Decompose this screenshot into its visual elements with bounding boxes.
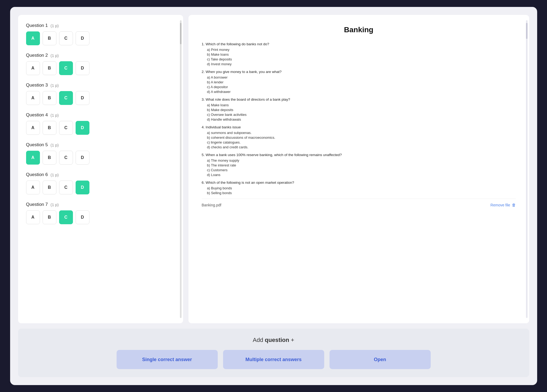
question-header-6: Question 6(1 p)	[26, 172, 175, 177]
question-header-7: Question 7(1 p)	[26, 202, 175, 207]
answer-btn-q6-D[interactable]: D	[76, 181, 89, 194]
answer-btn-q5-D[interactable]: D	[76, 151, 89, 165]
left-scrollbar-thumb	[180, 23, 182, 44]
question-row-6: Question 6(1 p)ABCD	[26, 172, 175, 194]
pdf-option-4-1: a) summons and subpoenas.	[207, 131, 516, 135]
pdf-option-6-2: b) Selling bonds	[207, 191, 516, 195]
open-button[interactable]: Open	[330, 350, 431, 369]
question-row-5: Question 5(1 p)ABCD	[26, 142, 175, 165]
pdf-option-1-2: b) Make loans	[207, 52, 516, 56]
remove-file-label: Remove file	[491, 203, 510, 207]
single-correct-answer-label: Single correct answer	[142, 357, 192, 362]
pdf-options-6: a) Buying bondsb) Selling bonds	[202, 186, 516, 195]
answer-btn-q2-B[interactable]: B	[43, 61, 56, 75]
question-header-3: Question 3(1 p)	[26, 83, 175, 88]
answer-buttons-2: ABCD	[26, 61, 175, 75]
right-panel: Banking 1. Which of the following do ban…	[188, 15, 529, 323]
answer-btn-q3-D[interactable]: D	[76, 91, 89, 105]
pdf-option-2-4: d) A withdrawer	[207, 90, 516, 94]
answer-btn-q6-B[interactable]: B	[43, 181, 56, 194]
multiple-correct-answers-button[interactable]: Multiple correct answers	[223, 350, 324, 369]
answer-btn-q1-C[interactable]: C	[59, 31, 73, 45]
question-label-4: Question 4	[26, 112, 48, 118]
answer-btn-q3-C[interactable]: C	[59, 91, 73, 105]
pdf-option-5-2: b) The interest rate	[207, 163, 516, 167]
add-question-text: Add	[253, 337, 265, 343]
question-points-2: (1 p)	[51, 53, 59, 58]
left-scrollbar[interactable]	[180, 20, 182, 318]
add-question-bold: question	[265, 337, 289, 343]
trash-icon: 🗑	[512, 203, 516, 207]
pdf-option-2-1: a) A borrower	[207, 75, 516, 79]
question-row-4: Question 4(1 p)ABCD	[26, 112, 175, 135]
pdf-options-3: a) Make loansb) Make depositsc) Oversee …	[202, 103, 516, 121]
questions-container: Question 1(1 p)ABCDQuestion 2(1 p)ABCDQu…	[26, 23, 175, 224]
pdf-options-1: a) Print moneyb) Make loansc) Take depos…	[202, 48, 516, 66]
question-row-2: Question 2(1 p)ABCD	[26, 53, 175, 75]
answer-btn-q5-C[interactable]: C	[59, 151, 73, 165]
question-label-3: Question 3	[26, 83, 48, 88]
remove-file-button[interactable]: Remove file 🗑	[491, 203, 516, 207]
question-row-1: Question 1(1 p)ABCD	[26, 23, 175, 45]
answer-btn-q7-A[interactable]: A	[26, 210, 40, 224]
pdf-option-4-3: c) lingerie catalogues.	[207, 140, 516, 144]
pdf-footer: Banking.pdf Remove file 🗑	[202, 199, 516, 207]
question-label-7: Question 7	[26, 202, 48, 207]
pdf-option-4-2: b) coherent discussions of macroeconomic…	[207, 136, 516, 140]
answer-btn-q7-D[interactable]: D	[76, 210, 89, 224]
answer-btn-q3-B[interactable]: B	[43, 91, 56, 105]
answer-btn-q2-D[interactable]: D	[76, 61, 89, 75]
question-points-7: (1 p)	[51, 202, 59, 207]
single-correct-answer-button[interactable]: Single correct answer	[117, 350, 218, 369]
pdf-option-2-3: c) A depositor	[207, 85, 516, 89]
multiple-correct-answers-label: Multiple correct answers	[245, 357, 302, 362]
answer-btn-q7-C[interactable]: C	[59, 210, 73, 224]
answer-btn-q2-C[interactable]: C	[59, 61, 73, 75]
pdf-option-2-2: b) A lender	[207, 80, 516, 84]
pdf-options-4: a) summons and subpoenas.b) coherent dis…	[202, 131, 516, 149]
pdf-question-text-6: 6. Which of the following is not an open…	[202, 181, 516, 185]
answer-btn-q4-B[interactable]: B	[43, 121, 56, 135]
pdf-question-2: 2. When you give money to a bank, you ar…	[202, 70, 516, 94]
pdf-question-3: 3. What role does the board of directors…	[202, 97, 516, 121]
question-row-7: Question 7(1 p)ABCD	[26, 202, 175, 224]
pdf-question-5: 5. When a bank uses 100% reserve banking…	[202, 153, 516, 177]
question-header-2: Question 2(1 p)	[26, 53, 175, 58]
add-question-plus: +	[291, 337, 294, 343]
question-points-4: (1 p)	[51, 113, 59, 117]
answer-buttons-1: ABCD	[26, 31, 175, 45]
pdf-option-3-1: a) Make loans	[207, 103, 516, 107]
answer-btn-q5-A[interactable]: A	[26, 151, 40, 165]
answer-btn-q1-A[interactable]: A	[26, 31, 40, 45]
answer-btn-q1-B[interactable]: B	[43, 31, 56, 45]
pdf-option-1-1: a) Print money	[207, 48, 516, 52]
pdf-option-3-4: d) Handle withdrawals	[207, 117, 516, 121]
answer-btn-q3-A[interactable]: A	[26, 91, 40, 105]
outer-container: Question 1(1 p)ABCDQuestion 2(1 p)ABCDQu…	[10, 7, 537, 385]
answer-btn-q2-A[interactable]: A	[26, 61, 40, 75]
answer-btn-q4-C[interactable]: C	[59, 121, 73, 135]
right-scrollbar[interactable]	[526, 20, 528, 318]
pdf-question-text-3: 3. What role does the board of directors…	[202, 97, 516, 101]
question-label-2: Question 2	[26, 53, 48, 58]
top-section: Question 1(1 p)ABCDQuestion 2(1 p)ABCDQu…	[18, 15, 529, 323]
question-points-6: (1 p)	[51, 173, 59, 177]
question-label-1: Question 1	[26, 23, 48, 28]
pdf-options-5: a) The money supplyb) The interest ratec…	[202, 158, 516, 177]
pdf-question-text-2: 2. When you give money to a bank, you ar…	[202, 70, 516, 74]
answer-btn-q7-B[interactable]: B	[43, 210, 56, 224]
pdf-option-3-3: c) Oversee bank activities	[207, 113, 516, 117]
answer-buttons-5: ABCD	[26, 151, 175, 165]
left-panel: Question 1(1 p)ABCDQuestion 2(1 p)ABCDQu…	[18, 15, 183, 323]
answer-btn-q4-A[interactable]: A	[26, 121, 40, 135]
answer-btn-q1-D[interactable]: D	[76, 31, 89, 45]
answer-btn-q5-B[interactable]: B	[43, 151, 56, 165]
pdf-question-1: 1. Which of the following do banks not d…	[202, 42, 516, 66]
answer-btn-q4-D[interactable]: D	[76, 121, 89, 135]
pdf-options-2: a) A borrowerb) A lenderc) A depositord)…	[202, 75, 516, 94]
answer-btn-q6-C[interactable]: C	[59, 181, 73, 194]
question-label-5: Question 5	[26, 142, 48, 148]
answer-buttons-3: ABCD	[26, 91, 175, 105]
answer-btn-q6-A[interactable]: A	[26, 181, 40, 194]
pdf-question-6: 6. Which of the following is not an open…	[202, 181, 516, 195]
